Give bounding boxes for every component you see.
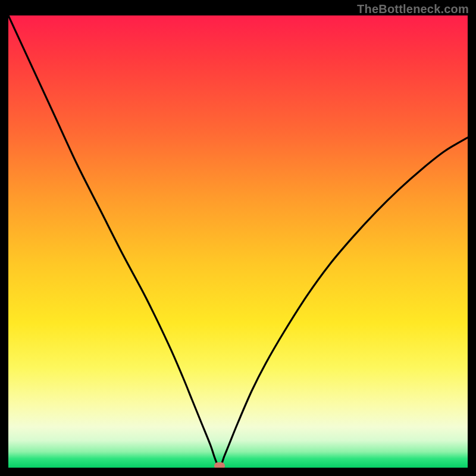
bottleneck-curve <box>8 15 468 468</box>
minimum-marker <box>214 462 225 468</box>
watermark-text: TheBottleneck.com <box>357 2 469 16</box>
plot-area <box>8 15 468 468</box>
chart-frame: TheBottleneck.com <box>0 0 476 476</box>
